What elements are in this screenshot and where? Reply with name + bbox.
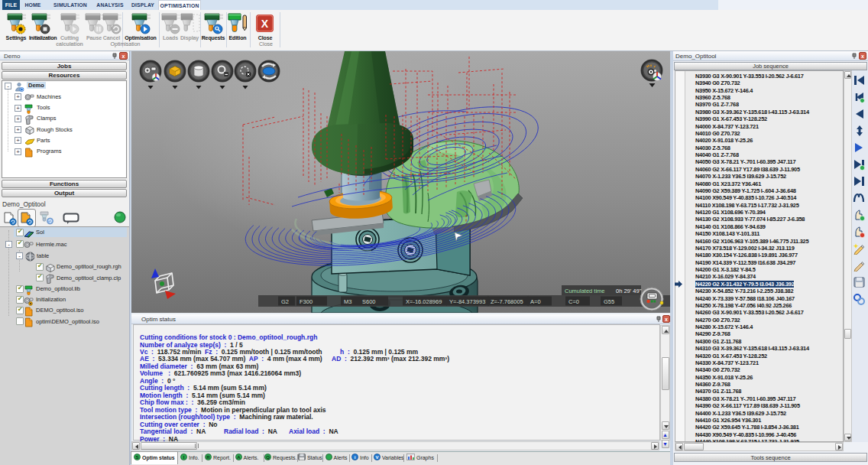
svg-text:X=-16.028969: X=-16.028969: [406, 298, 442, 305]
svg-text:M3: M3: [344, 298, 351, 305]
svg-text:V: V: [375, 455, 378, 460]
svg-text:R: R: [206, 455, 210, 460]
svg-text:S: S: [135, 455, 138, 460]
svg-text:Z=-7.768005: Z=-7.768005: [491, 298, 523, 305]
svg-text:A=0: A=0: [530, 298, 541, 305]
svg-text:X: X: [261, 18, 269, 30]
svg-text:Q: Q: [266, 455, 270, 460]
svg-text:C=0: C=0: [568, 298, 579, 305]
svg-text:G55: G55: [604, 298, 614, 305]
svg-text:Cumulated time: Cumulated time: [565, 288, 605, 294]
svg-text:Y=-84.373993: Y=-84.373993: [449, 298, 485, 305]
svg-text:G2: G2: [281, 298, 289, 305]
svg-text:A: A: [237, 455, 241, 460]
svg-text:0h 29' 49": 0h 29' 49": [616, 288, 642, 294]
svg-text:F300: F300: [300, 298, 313, 305]
svg-text:S600: S600: [362, 298, 376, 305]
